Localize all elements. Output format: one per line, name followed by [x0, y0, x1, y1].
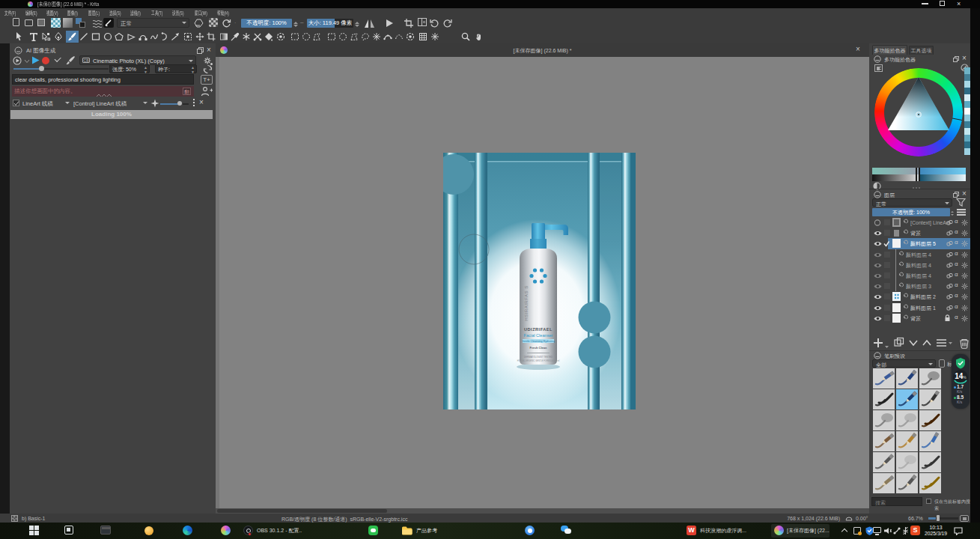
svg-text:Facial Cleanser: Facial Cleanser	[524, 333, 553, 338]
svg-text:Fresh Clean: Fresh Clean	[530, 346, 547, 350]
svg-text:DERMATOLOGIST TESTED: DERMATOLOGIST TESTED	[524, 356, 553, 359]
svg-text:HYPOALLERGENIC GENTLE FORMULA: HYPOALLERGENIC GENTLE FORMULA 150 ml	[517, 359, 560, 362]
svg-text:HSIRAIRFAS S: HSIRAIRFAS S	[523, 285, 529, 320]
svg-text:Gentle Cleansing Hydrating: Gentle Cleansing Hydrating	[522, 340, 555, 343]
svg-text:UDIZRIFAEL: UDIZRIFAEL	[524, 327, 553, 332]
